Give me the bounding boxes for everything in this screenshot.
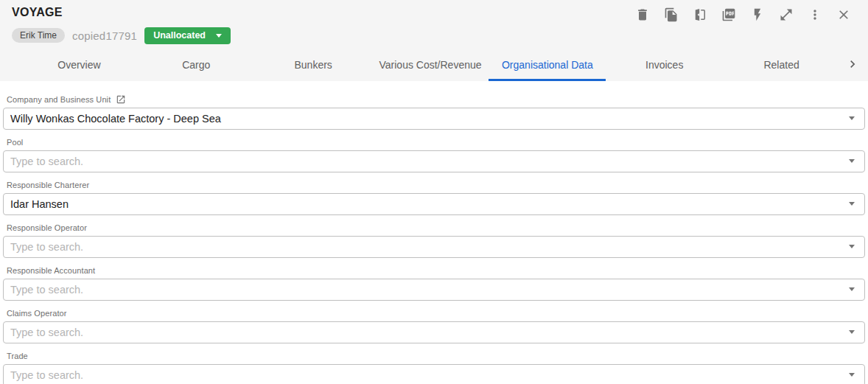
dropdown-caret-icon[interactable] <box>849 159 855 163</box>
field-label: Claims Operator <box>7 309 67 318</box>
chevron-right-icon <box>845 57 860 74</box>
tab-cargo[interactable]: Cargo <box>138 49 255 81</box>
expand-icon <box>779 7 794 24</box>
field-label: Responsible Charterer <box>7 181 89 189</box>
tab-bunkers[interactable]: Bunkers <box>255 49 372 81</box>
organisational-data-form: Company and Business Unit Pool Responsib… <box>0 81 868 384</box>
page-title: VOYAGE <box>12 4 63 19</box>
field-label: Company and Business Unit <box>7 95 111 104</box>
status-badge-dropdown[interactable]: Unallocated <box>144 27 231 44</box>
badge-row: Erik Time copied17791 Unallocated <box>0 24 868 49</box>
duplicate-button[interactable] <box>663 7 679 24</box>
field-pool: Pool <box>3 138 865 172</box>
pdf-icon <box>721 7 736 24</box>
field-label: Responsible Operator <box>7 223 87 232</box>
field-claims-operator: Claims Operator <box>3 309 865 343</box>
tab-invoices[interactable]: Invoices <box>606 49 723 81</box>
field-responsible-accountant: Responsible Accountant <box>3 266 865 301</box>
tab-bar: Overview Cargo Bunkers Various Cost/Reve… <box>0 49 868 81</box>
company-business-unit-input[interactable] <box>4 108 849 129</box>
dropdown-caret-icon[interactable] <box>849 116 855 120</box>
field-label: Pool <box>7 138 23 147</box>
voyage-code: copied17791 <box>72 29 137 42</box>
header-action-bar <box>634 4 858 24</box>
voyage-header: VOYAGE <box>0 0 868 81</box>
export-pdf-button[interactable] <box>721 7 737 24</box>
flip-pages-button[interactable] <box>692 7 708 24</box>
pool-input[interactable] <box>4 151 849 172</box>
field-label: Responsible Accountant <box>7 266 95 275</box>
delete-button[interactable] <box>634 7 651 24</box>
close-icon <box>836 7 851 24</box>
trash-icon <box>635 7 650 24</box>
duplicate-icon <box>664 7 679 24</box>
field-label: Trade <box>7 352 28 360</box>
dropdown-caret-icon[interactable] <box>849 373 855 377</box>
field-responsible-charterer: Responsible Charterer <box>3 181 865 215</box>
time-pill: Erik Time <box>12 28 65 43</box>
trade-input[interactable] <box>4 365 849 384</box>
tab-overview[interactable]: Overview <box>21 49 138 81</box>
tab-organisational-data[interactable]: Organisational Data <box>489 49 606 81</box>
responsible-charterer-input[interactable] <box>4 194 849 214</box>
flip-pages-icon <box>693 7 707 24</box>
quick-actions-button[interactable] <box>749 7 766 24</box>
caret-down-icon <box>216 34 222 38</box>
tab-various-cost-revenue[interactable]: Various Cost/Revenue <box>372 49 489 81</box>
dropdown-caret-icon[interactable] <box>849 287 855 291</box>
field-responsible-operator: Responsible Operator <box>3 223 865 258</box>
expand-button[interactable] <box>778 7 794 24</box>
lightning-bolt-icon <box>750 7 765 24</box>
field-company-business-unit: Company and Business Unit <box>3 95 865 130</box>
tabs-scroll-right-button[interactable] <box>840 49 865 81</box>
kebab-menu-icon <box>808 7 822 24</box>
dropdown-caret-icon[interactable] <box>849 245 855 248</box>
status-badge-label: Unallocated <box>153 31 206 41</box>
responsible-operator-input[interactable] <box>4 237 849 257</box>
field-trade: Trade <box>3 352 865 384</box>
dropdown-caret-icon[interactable] <box>849 202 855 206</box>
dropdown-caret-icon[interactable] <box>849 330 855 334</box>
claims-operator-input[interactable] <box>4 322 849 343</box>
close-button[interactable] <box>836 7 852 24</box>
open-in-new-icon[interactable] <box>116 94 126 105</box>
responsible-accountant-input[interactable] <box>4 279 849 300</box>
tab-related[interactable]: Related <box>723 49 840 81</box>
more-options-button[interactable] <box>807 7 823 24</box>
